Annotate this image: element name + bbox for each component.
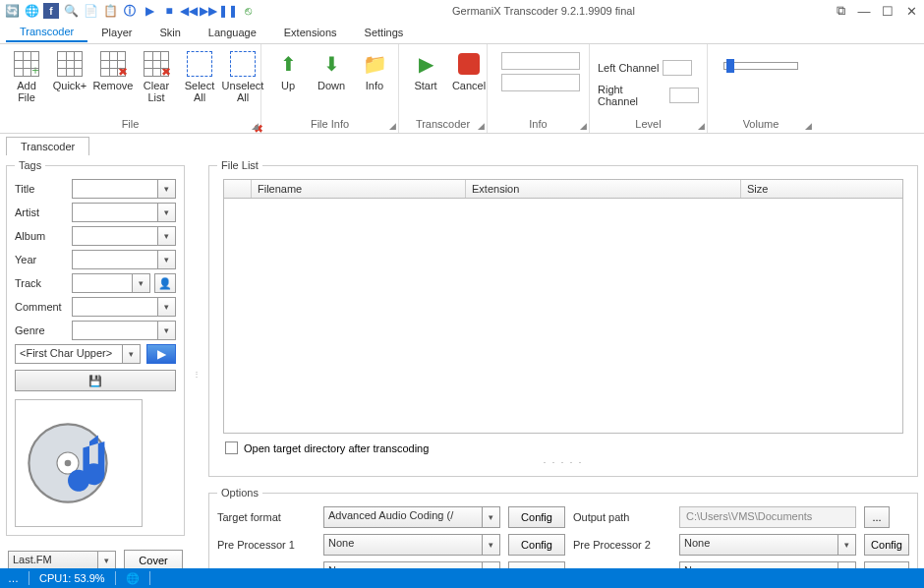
apply-case-button[interactable]: ▶ [146, 344, 176, 364]
pre1-config-button[interactable]: Config [508, 534, 565, 556]
col-size[interactable]: Size [741, 180, 902, 198]
lastfm-combo[interactable]: Last.FM▾ [8, 551, 116, 570]
play-icon[interactable]: ▶ [142, 3, 157, 19]
facebook-icon[interactable]: f [43, 3, 59, 19]
forward-icon[interactable]: ▶▶ [201, 3, 216, 19]
info-field-1[interactable] [501, 52, 580, 70]
window-restore-icon[interactable]: ⧉ [832, 2, 849, 20]
chevron-down-icon[interactable]: ▾ [157, 227, 175, 245]
globe-icon[interactable]: 🌐 [24, 3, 39, 19]
tags-panel: Tags Title▾ Artist▾ Album▾ Year▾ Track▾👤… [6, 159, 185, 536]
subtab-transcoder[interactable]: Transcoder [6, 137, 89, 155]
chevron-down-icon[interactable]: ▾ [97, 552, 115, 569]
clipboard-icon[interactable]: 📋 [102, 3, 118, 19]
output-path-field[interactable]: C:\Users\VMS\Documents [679, 506, 856, 528]
volume-thumb[interactable] [726, 59, 734, 73]
status-dots[interactable]: … [8, 572, 19, 584]
horizontal-splitter[interactable]: · · · · · [217, 456, 909, 468]
track-number-button[interactable]: 👤 [154, 273, 176, 293]
album-label: Album [15, 230, 68, 242]
year-combo[interactable]: ▾ [72, 250, 176, 269]
ribbon-fileinfo-launcher[interactable]: ◢ [389, 121, 396, 131]
select-all-button[interactable]: Select All [179, 46, 220, 116]
pre2-config-button[interactable]: Config [864, 534, 909, 556]
ribbon-fileinfo-label: File Info [267, 116, 392, 133]
vertical-splitter[interactable]: ⋮ [195, 155, 199, 588]
pause-icon[interactable]: ❚❚ [220, 3, 236, 19]
chevron-down-icon[interactable]: ▾ [157, 180, 175, 198]
ribbon-info-launcher[interactable]: ◢ [580, 121, 587, 131]
menu-language[interactable]: Language [195, 24, 270, 41]
menu-skin[interactable]: Skin [145, 24, 194, 41]
menu-transcoder[interactable]: Transcoder [6, 23, 87, 42]
menu-extensions[interactable]: Extensions [270, 24, 351, 41]
col-spacer[interactable] [224, 180, 252, 198]
add-file-button[interactable]: ＋Add File [6, 46, 47, 116]
up-button[interactable]: ⬆Up [267, 46, 309, 116]
chevron-down-icon[interactable]: ▾ [122, 345, 140, 363]
open-target-checkbox[interactable] [225, 441, 238, 454]
track-combo[interactable]: ▾ [72, 273, 150, 293]
clear-list-button[interactable]: ✖Clear List [136, 46, 177, 116]
filelist-body[interactable] [223, 199, 903, 434]
album-combo[interactable]: ▾ [72, 226, 176, 246]
menu-settings[interactable]: Settings [351, 24, 418, 41]
chevron-down-icon[interactable]: ▾ [157, 298, 175, 316]
col-filename[interactable]: Filename [252, 180, 466, 198]
quick-button[interactable]: Quick+ [49, 46, 90, 116]
save-tags-button[interactable]: 💾 [15, 370, 176, 391]
close-button[interactable]: ✕ [902, 2, 920, 20]
ribbon-volume-label: Volume [714, 116, 808, 133]
track-label: Track [15, 277, 68, 289]
chevron-down-icon[interactable]: ▾ [482, 535, 499, 555]
statusbar: … CPU1: 53.9% 🌐 [0, 568, 924, 588]
unselect-all-button[interactable]: ✖Unselect All [222, 46, 263, 116]
ribbon-file-launcher[interactable]: ◢ [252, 121, 259, 131]
col-extension[interactable]: Extension [466, 180, 741, 198]
maximize-button[interactable]: ☐ [879, 2, 896, 20]
down-button[interactable]: ⬇Down [311, 46, 352, 116]
comment-combo[interactable]: ▾ [72, 297, 176, 317]
ribbon-volume-launcher[interactable]: ◢ [805, 121, 812, 131]
info-icon[interactable]: ⓘ [122, 3, 138, 19]
status-globe-icon[interactable]: 🌐 [126, 572, 140, 585]
save-icon: 💾 [88, 375, 102, 387]
browse-button[interactable]: ... [864, 506, 890, 528]
chevron-down-icon[interactable]: ▾ [157, 204, 175, 221]
filelist-header: Filename Extension Size [223, 179, 903, 199]
chevron-down-icon[interactable]: ▾ [132, 274, 149, 292]
search-icon[interactable]: 🔍 [63, 3, 79, 19]
ribbon-transcoder-launcher[interactable]: ◢ [478, 121, 485, 131]
chevron-down-icon[interactable]: ▾ [157, 251, 175, 268]
target-format-config-button[interactable]: Config [508, 506, 565, 528]
info-field-2[interactable] [501, 74, 580, 91]
left-channel-label: Left Channel [598, 62, 659, 74]
menu-player[interactable]: Player [87, 24, 145, 41]
first-char-combo[interactable]: <First Char Upper>▾ [15, 344, 141, 364]
start-button[interactable]: ▶Start [405, 46, 446, 116]
title-combo[interactable]: ▾ [72, 179, 176, 199]
menubar: Transcoder Player Skin Language Extensio… [0, 22, 924, 43]
chevron-down-icon[interactable]: ▾ [157, 322, 175, 339]
chevron-down-icon[interactable]: ▾ [482, 507, 499, 527]
minimize-button[interactable]: — [855, 2, 873, 20]
info-button[interactable]: 📁Info [354, 46, 395, 116]
remove-button[interactable]: ✖Remove [92, 46, 134, 116]
doc-icon[interactable]: 📄 [83, 3, 98, 19]
window-title: GermaniX Transcoder 9.2.1.9909 final [256, 5, 832, 17]
app-icon[interactable]: 🔄 [4, 3, 20, 19]
cancel-button[interactable]: Cancel [448, 46, 490, 116]
volume-slider[interactable] [723, 62, 798, 70]
pre2-combo[interactable]: None▾ [679, 534, 856, 556]
pre1-combo[interactable]: None▾ [323, 534, 500, 556]
exit-icon[interactable]: ⎋ [240, 3, 256, 19]
artist-combo[interactable]: ▾ [72, 203, 176, 222]
open-target-label: Open target directory after transcoding [244, 442, 429, 454]
target-format-combo[interactable]: Advanced Audio Coding (/▾ [323, 506, 500, 528]
rewind-icon[interactable]: ◀◀ [181, 3, 197, 19]
chevron-down-icon[interactable]: ▾ [837, 535, 855, 555]
options-legend: Options [217, 487, 262, 499]
ribbon-level-launcher[interactable]: ◢ [698, 121, 705, 131]
genre-combo[interactable]: ▾ [72, 321, 176, 340]
stop-icon[interactable]: ■ [161, 3, 177, 19]
